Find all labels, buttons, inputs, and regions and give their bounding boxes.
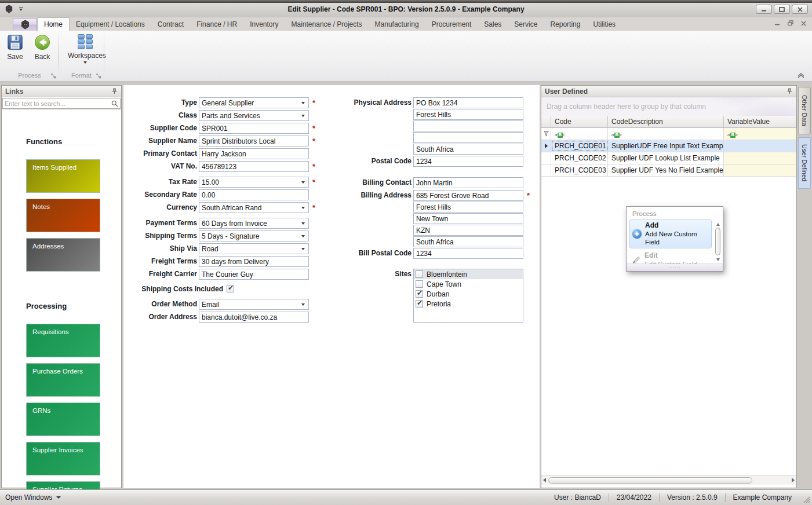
cell-value[interactable] (724, 140, 796, 152)
physical-address-line2-field[interactable] (413, 109, 523, 120)
requisitions-link-button[interactable]: Requisitions (26, 324, 100, 357)
physical-address-line3-field[interactable] (413, 120, 523, 131)
site-checkbox[interactable] (416, 280, 423, 288)
site-checkbox[interactable] (416, 290, 423, 298)
items-supplied-link-button[interactable]: Items Supplied (26, 159, 100, 193)
links-search-input[interactable] (5, 100, 111, 107)
tab-procurement[interactable]: Procurement (425, 17, 478, 31)
format-dialog-launcher-icon[interactable] (96, 74, 101, 79)
maximize-button[interactable] (774, 5, 790, 14)
tab-service[interactable]: Service (508, 17, 544, 31)
site-checkbox[interactable] (416, 270, 423, 278)
tab-inventory[interactable]: Inventory (243, 17, 285, 31)
order-address-field[interactable] (199, 312, 309, 323)
application-menu-button[interactable] (13, 18, 37, 31)
tax-rate-combo[interactable] (199, 177, 309, 188)
tab-manufacturing[interactable]: Manufacturing (369, 17, 425, 31)
scroll-down-icon[interactable] (716, 258, 720, 261)
site-option-durban[interactable]: Durban (414, 289, 523, 299)
cell-value[interactable] (724, 164, 796, 176)
cell-description[interactable]: Supplier UDF Lookup List Example (608, 152, 724, 164)
cell-code[interactable]: PRCH_CODE02 (551, 152, 608, 164)
mdi-restore-icon[interactable] (788, 20, 793, 26)
filter-cell-code[interactable]: aBc (551, 128, 608, 140)
freight-terms-field[interactable] (199, 256, 309, 267)
postal-code-field[interactable] (413, 156, 523, 167)
type-combo[interactable] (199, 97, 309, 108)
tab-maintenance-projects[interactable]: Maintenance / Projects (285, 17, 369, 31)
chevron-down-icon[interactable] (301, 207, 305, 209)
order-method-combo[interactable] (199, 299, 309, 310)
grid-row-3[interactable]: PRCH_CODE03 Supplier UDF Yes No Field Ex… (541, 164, 796, 177)
chevron-down-icon[interactable] (301, 222, 305, 225)
tab-utilities[interactable]: Utilities (587, 17, 622, 31)
process-dialog-launcher-icon[interactable] (51, 74, 56, 79)
filter-cell-variablevalue[interactable]: aBc (724, 128, 796, 140)
class-combo[interactable] (199, 110, 309, 121)
column-header-code[interactable]: Code (551, 116, 608, 127)
billing-address-line3-field[interactable] (413, 213, 523, 224)
cell-description[interactable]: Supplier UDF Yes No Field Example (608, 164, 724, 176)
cell-value[interactable] (724, 152, 796, 164)
grid-row-1[interactable]: PRCH_CODE01 SupplierUDF Free Input Text … (541, 140, 796, 152)
add-menu-item[interactable]: Add Add New Custom Field (629, 219, 712, 248)
site-option-cape-town[interactable]: Cape Town (414, 279, 523, 289)
secondary-rate-field[interactable] (199, 189, 309, 200)
shipping-terms-combo[interactable] (199, 230, 309, 241)
pin-icon[interactable] (786, 88, 793, 94)
billing-address-country-field[interactable] (413, 236, 523, 247)
scroll-left-icon[interactable] (543, 478, 546, 482)
site-checkbox[interactable] (416, 300, 423, 308)
chevron-down-icon[interactable] (301, 303, 305, 306)
column-header-variablevalue[interactable]: VariableValue (724, 116, 796, 127)
chevron-down-icon[interactable] (301, 115, 305, 117)
grns-link-button[interactable]: GRNs (26, 402, 100, 436)
scroll-up-icon[interactable] (716, 223, 720, 226)
scroll-right-icon[interactable] (792, 478, 795, 482)
filter-cell-codedescription[interactable]: aBc (608, 128, 724, 140)
pin-icon[interactable] (111, 88, 118, 94)
back-button[interactable]: Back (29, 34, 56, 61)
collapse-ribbon-icon[interactable] (797, 73, 805, 79)
purchase-orders-link-button[interactable]: Purchase Orders (26, 363, 100, 397)
mdi-close-icon[interactable] (801, 21, 806, 26)
supplier-code-field[interactable] (199, 123, 309, 134)
billing-address-line4-field[interactable] (413, 225, 523, 236)
tab-sales[interactable]: Sales (478, 17, 508, 31)
ship-via-combo[interactable] (199, 243, 309, 254)
billing-address-line2-field[interactable] (413, 202, 523, 213)
site-option-bloemfontein[interactable]: Bloemfontein (414, 269, 523, 279)
cell-code[interactable]: PRCH_CODE01 (551, 140, 608, 152)
supplier-invoices-link-button[interactable]: Supplier Invoices (26, 442, 100, 475)
physical-address-line1-field[interactable] (413, 97, 523, 108)
tab-home[interactable]: Home (37, 17, 70, 31)
vat-no-field[interactable] (199, 161, 309, 172)
site-option-pretoria[interactable]: Pretoria (414, 299, 523, 309)
physical-address-line4-field[interactable] (413, 132, 523, 143)
popup-scrollbar[interactable] (714, 222, 722, 262)
notes-link-button[interactable]: Notes (26, 199, 100, 232)
minimize-button[interactable] (756, 5, 772, 14)
column-header-codedescription[interactable]: CodeDescription (608, 116, 724, 127)
search-icon[interactable] (111, 100, 118, 107)
tab-finance-hr[interactable]: Finance / HR (190, 17, 243, 31)
payment-terms-combo[interactable] (199, 218, 309, 229)
cell-code[interactable]: PRCH_CODE03 (551, 164, 608, 176)
popup-resize-grip[interactable]: ...... (627, 264, 723, 271)
scrollbar-thumb[interactable] (548, 477, 752, 484)
tab-equipment-locations[interactable]: Equipment / Locations (70, 17, 151, 31)
close-button[interactable] (792, 5, 808, 14)
mdi-minimize-icon[interactable] (775, 21, 780, 25)
chevron-down-icon[interactable] (301, 235, 305, 237)
cell-description[interactable]: SupplierUDF Free Input Text Example (608, 140, 724, 152)
tab-reporting[interactable]: Reporting (544, 17, 587, 31)
tab-other-data[interactable]: Other Data (798, 87, 811, 134)
tab-contract[interactable]: Contract (151, 17, 190, 31)
primary-contact-field[interactable] (199, 148, 309, 159)
open-windows-button[interactable]: Open Windows (5, 493, 61, 502)
billing-address-line1-field[interactable] (413, 190, 523, 201)
grid-row-2[interactable]: PRCH_CODE02 Supplier UDF Lookup List Exa… (541, 152, 796, 164)
shipping-costs-included-checkbox[interactable] (227, 285, 234, 292)
scrollbar-thumb[interactable] (715, 228, 720, 255)
currency-combo[interactable] (199, 202, 309, 213)
